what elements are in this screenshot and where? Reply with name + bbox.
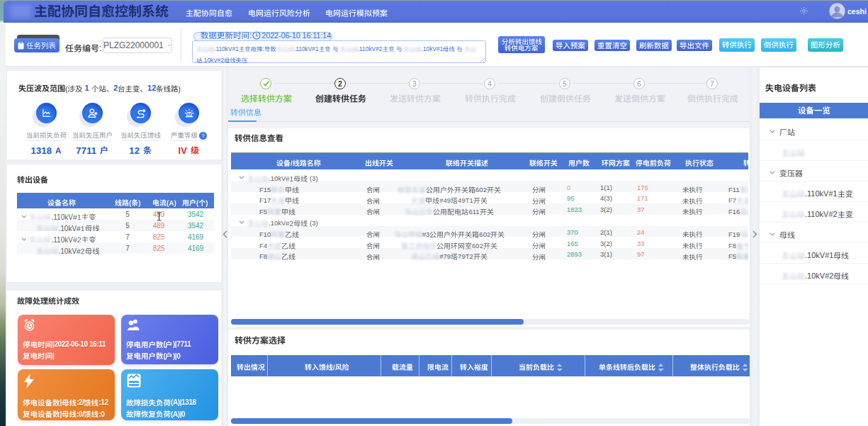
- svg-text:?: ?: [201, 133, 205, 139]
